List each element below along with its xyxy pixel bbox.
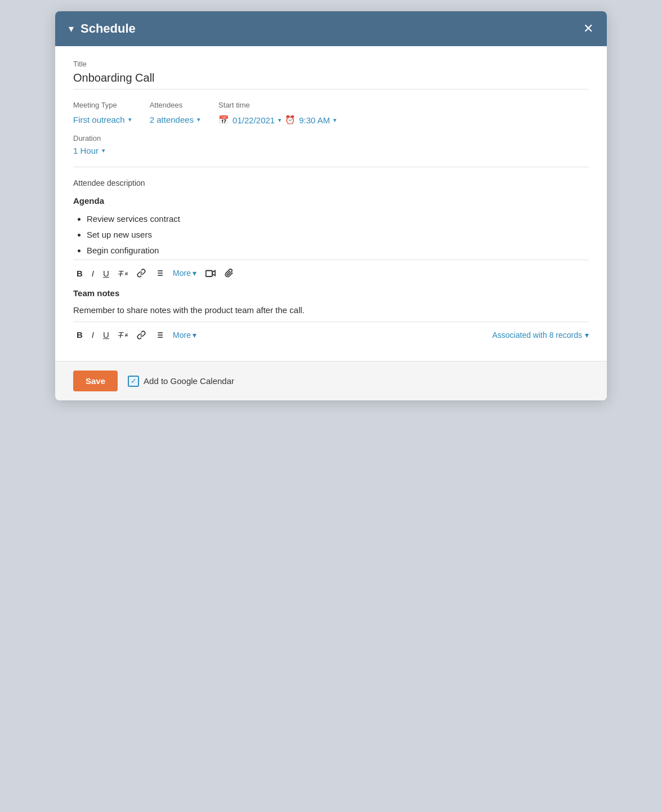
modal-footer: Save ✓ Add to Google Calendar xyxy=(55,361,607,400)
strikethrough-button-2[interactable]: Tx xyxy=(115,328,131,342)
associated-records-chevron-icon: ▾ xyxy=(585,331,589,340)
duration-section: Duration 1 Hour ▾ xyxy=(73,134,589,155)
meeting-type-group: Meeting Type First outreach ▾ xyxy=(73,101,132,124)
more-button-1[interactable]: More ▾ xyxy=(169,266,200,280)
calendar-icon: 📅 xyxy=(218,115,229,125)
attendees-label: Attendees xyxy=(150,101,200,109)
list-button-2[interactable] xyxy=(151,328,167,342)
header-left: ▾ Schedule xyxy=(69,21,136,36)
list-item: Set up new users xyxy=(87,228,589,242)
toolbar-2: B I U Tx More ▾ Associated with 8 record… xyxy=(73,322,589,347)
modal-header: ▾ Schedule ✕ xyxy=(55,11,607,46)
duration-dropdown[interactable]: 1 Hour ▾ xyxy=(73,146,589,155)
video-button-1[interactable] xyxy=(202,267,219,279)
google-calendar-label: Add to Google Calendar xyxy=(144,376,234,386)
associated-records-label: Associated with 8 records xyxy=(492,331,582,340)
meeting-type-value: First outreach xyxy=(73,115,125,124)
underline-button-1[interactable]: U xyxy=(100,266,113,280)
meeting-type-label: Meeting Type xyxy=(73,101,132,109)
time-chevron-icon: ▾ xyxy=(333,117,337,124)
title-label: Title xyxy=(73,60,589,68)
bold-button-2[interactable]: B xyxy=(73,328,86,342)
list-item: Begin configuration xyxy=(87,244,589,257)
more-chevron-icon-1: ▾ xyxy=(193,269,196,278)
italic-button-2[interactable]: I xyxy=(88,328,97,342)
strikethrough-button-1[interactable]: Tx xyxy=(115,266,131,280)
start-time-row: 📅 01/22/2021 ▾ ⏰ 9:30 AM ▾ xyxy=(218,115,337,125)
list-item: Review services contract xyxy=(87,212,589,226)
svg-rect-6 xyxy=(206,271,212,277)
start-time-value[interactable]: 9:30 AM xyxy=(299,115,330,125)
clock-icon: ⏰ xyxy=(285,115,296,125)
bold-button-1[interactable]: B xyxy=(73,266,86,280)
more-chevron-icon-2: ▾ xyxy=(193,331,196,340)
meeting-type-chevron-icon: ▾ xyxy=(128,116,132,123)
section-divider-1 xyxy=(73,167,589,167)
start-time-label: Start time xyxy=(218,101,337,109)
link-button-1[interactable] xyxy=(133,266,149,280)
more-button-2[interactable]: More ▾ xyxy=(169,328,200,342)
description-content: Agenda Review services contract Set up n… xyxy=(73,194,589,257)
modal-body: Title Meeting Type First outreach ▾ Atte… xyxy=(55,46,607,361)
attendees-chevron-icon: ▾ xyxy=(197,116,200,123)
toolbar-1: B I U Tx More ▾ xyxy=(73,260,589,286)
title-input[interactable] xyxy=(73,72,589,90)
attendees-value: 2 attendees xyxy=(150,115,194,124)
close-icon[interactable]: ✕ xyxy=(583,23,593,35)
attach-button-1[interactable] xyxy=(221,266,237,280)
modal-title: Schedule xyxy=(80,21,136,36)
link-button-2[interactable] xyxy=(133,328,149,342)
duration-chevron-icon: ▾ xyxy=(102,147,105,154)
team-notes-content: Remember to share notes with the product… xyxy=(73,304,589,317)
meeting-type-dropdown[interactable]: First outreach ▾ xyxy=(73,115,132,124)
save-button[interactable]: Save xyxy=(73,371,118,391)
google-calendar-option[interactable]: ✓ Add to Google Calendar xyxy=(128,376,234,387)
start-date-value[interactable]: 01/22/2021 xyxy=(232,115,275,125)
list-button-1[interactable] xyxy=(151,266,167,280)
italic-button-1[interactable]: I xyxy=(88,266,97,280)
agenda-heading: Agenda xyxy=(73,196,104,206)
meeting-meta: Meeting Type First outreach ▾ Attendees … xyxy=(73,101,589,125)
schedule-modal: ▾ Schedule ✕ Title Meeting Type First ou… xyxy=(55,11,607,400)
google-calendar-checkbox[interactable]: ✓ xyxy=(128,376,139,387)
chevron-down-icon[interactable]: ▾ xyxy=(69,23,74,35)
team-notes-section: Team notes Remember to share notes with … xyxy=(73,288,589,317)
attendees-group: Attendees 2 attendees ▾ xyxy=(150,101,200,124)
attendee-desc-label: Attendee description xyxy=(73,179,589,188)
attendees-dropdown[interactable]: 2 attendees ▾ xyxy=(150,115,200,124)
underline-button-2[interactable]: U xyxy=(100,328,113,342)
duration-label: Duration xyxy=(73,134,589,142)
associated-records-dropdown[interactable]: Associated with 8 records ▾ xyxy=(492,331,589,340)
duration-value: 1 Hour xyxy=(73,146,99,155)
agenda-list: Review services contract Set up new user… xyxy=(73,212,589,257)
toolbar-2-left: B I U Tx More ▾ xyxy=(73,328,200,342)
start-time-group: Start time 📅 01/22/2021 ▾ ⏰ 9:30 AM ▾ xyxy=(218,101,337,125)
date-chevron-icon: ▾ xyxy=(278,117,281,124)
team-notes-label: Team notes xyxy=(73,288,589,298)
